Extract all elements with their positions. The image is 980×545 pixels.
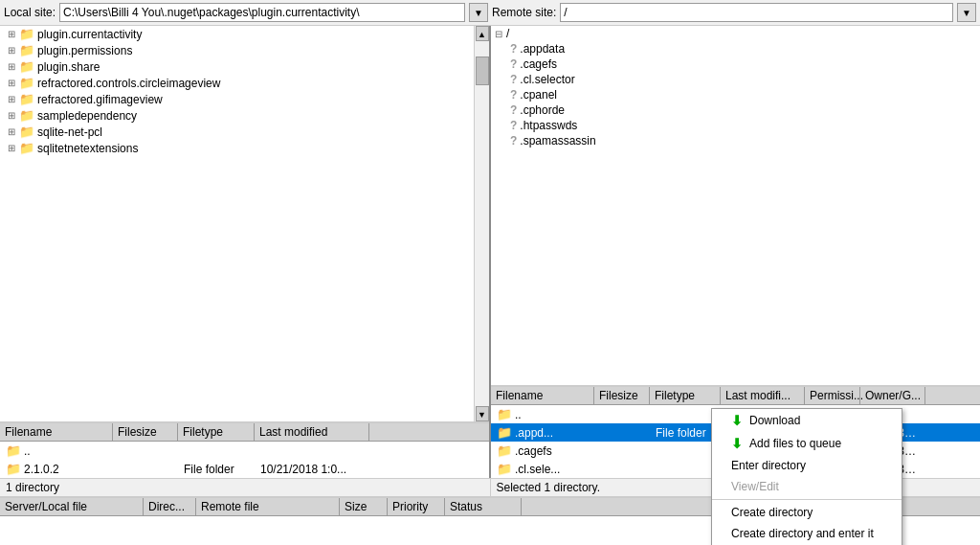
queue-col-status[interactable]: Status [445, 498, 522, 515]
remote-col-owner[interactable]: Owner/G... [860, 387, 925, 404]
local-path-bar: Local site: ▼ [4, 3, 488, 22]
local-col-filename[interactable]: Filename [0, 423, 113, 441]
remote-file-name-selected: 📁.appd... [491, 424, 594, 441]
remote-tree-item[interactable]: ? .htpasswds [491, 118, 980, 133]
tree-item[interactable]: ⊞ 📁 plugin.permissions [0, 42, 474, 58]
tree-item[interactable]: ⊞ 📁 refractored.gifimageview [0, 91, 474, 107]
remote-col-filetype[interactable]: Filetype [650, 387, 721, 404]
local-path-dropdown[interactable]: ▼ [469, 3, 488, 22]
remote-site-label: Remote site: [492, 6, 556, 19]
remote-tree-item-label: .htpasswds [520, 119, 577, 132]
remote-path-bar: Remote site: ▼ [492, 3, 976, 22]
local-col-modified[interactable]: Last modified [255, 423, 369, 441]
remote-col-perms[interactable]: Permissi... [805, 387, 860, 404]
remote-path-input[interactable] [560, 3, 953, 22]
remote-col-modified[interactable]: Last modifi... [721, 387, 805, 404]
expand-icon: ⊞ [8, 29, 17, 39]
local-file-row[interactable]: 📁2.1.0.2 File folder 10/21/2018 1:0... [0, 460, 489, 478]
remote-tree-item[interactable]: ? .cpanel [491, 87, 980, 102]
remote-tree-item[interactable]: ? .appdata [491, 41, 980, 57]
folder-icon: 📁 [19, 92, 34, 106]
remote-tree-item[interactable]: ? .spamassassin [491, 133, 980, 148]
folder-icon: 📁 [19, 141, 34, 155]
context-menu-enter-dir[interactable]: Enter directory [712, 455, 902, 476]
expand-icon: ⊞ [8, 143, 17, 153]
remote-file-name: 📁.cagefs [491, 443, 594, 459]
context-menu: ⬇ Download ⬇ Add files to queue Enter di… [711, 408, 902, 545]
expand-icon: ⊞ [8, 110, 17, 121]
folder-icon: 📁 [19, 125, 34, 139]
queue-col-size[interactable]: Size [340, 498, 388, 515]
context-menu-view-edit: View/Edit [712, 476, 902, 497]
tree-item-label: plugin.currentactivity [37, 28, 142, 41]
context-menu-create-dir[interactable]: Create directory [712, 502, 902, 523]
tree-item-label: refractored.controls.circleimageview [37, 77, 220, 90]
remote-tree-item-label: .cphorde [520, 103, 565, 117]
expand-icon: ⊞ [8, 61, 17, 72]
tree-item[interactable]: ⊞ 📁 sqlitetnetextensions [0, 140, 474, 156]
tree-item[interactable]: ⊞ 📁 sqlite-net-pcl [0, 124, 474, 140]
tree-item-label: refractored.gifimageview [37, 93, 163, 106]
context-menu-add-queue[interactable]: ⬇ Add files to queue [712, 432, 902, 455]
local-col-filetype[interactable]: Filetype [178, 423, 255, 441]
local-col-filesize[interactable]: Filesize [113, 423, 178, 441]
remote-col-filesize[interactable]: Filesize [594, 387, 650, 404]
scroll-down[interactable]: ▼ [476, 406, 489, 421]
folder-icon: 📁 [497, 443, 512, 458]
remote-tree-item[interactable]: ? .cl.selector [491, 72, 980, 87]
remote-file-list: Filename Filesize Filetype Last modifi..… [491, 386, 980, 478]
local-tree[interactable]: ⊞ 📁 plugin.currentactivity ⊞ 📁 plugin.pe… [0, 26, 489, 422]
local-file-modified: 10/21/2018 1:0... [255, 462, 369, 477]
local-file-type [178, 450, 255, 452]
remote-tree[interactable]: ⊟ / ? .appdata ? .cagefs ? .cl.selector … [491, 26, 980, 386]
remote-file-name: 📁.cl.sele... [491, 461, 594, 477]
folder-icon: 📁 [19, 59, 34, 74]
tree-item-label: sqlitetnetextensions [37, 142, 138, 155]
local-file-row-parent[interactable]: 📁.. [0, 442, 489, 460]
folder-icon: 📁 [497, 425, 512, 440]
folder-icon: 📁 [19, 43, 34, 57]
question-icon: ? [510, 73, 517, 86]
remote-tree-item-root[interactable]: ⊟ / [491, 26, 980, 41]
queue-col-direc[interactable]: Direc... [144, 498, 196, 515]
tree-item[interactable]: ⊞ 📁 refractored.controls.circleimageview [0, 75, 474, 91]
tree-item-label: plugin.permissions [37, 44, 132, 57]
expand-icon: ⊞ [8, 78, 17, 88]
left-panel: ⊞ 📁 plugin.currentactivity ⊞ 📁 plugin.pe… [0, 26, 491, 478]
expand-icon: ⊞ [8, 126, 17, 137]
tree-item[interactable]: ⊞ 📁 plugin.share [0, 58, 474, 75]
queue-col-remote[interactable]: Remote file [196, 498, 340, 515]
remote-file-name: 📁.. [491, 406, 594, 422]
context-menu-create-dir-enter[interactable]: Create directory and enter it [712, 523, 902, 544]
question-icon: ? [510, 119, 517, 132]
remote-tree-item-label: .appdata [520, 42, 565, 56]
folder-icon: 📁 [497, 462, 512, 476]
question-icon: ? [510, 134, 517, 148]
remote-tree-item-label: .cpanel [520, 88, 557, 102]
context-menu-download[interactable]: ⬇ Download [712, 409, 902, 432]
local-file-name: 📁2.1.0.2 [0, 461, 113, 477]
question-icon: ? [510, 57, 517, 71]
scroll-thumb[interactable] [476, 57, 489, 85]
remote-tree-item-label: .cagefs [520, 57, 557, 71]
local-status: 1 directory [0, 479, 491, 496]
remote-col-filename[interactable]: Filename [491, 387, 594, 404]
scroll-up[interactable]: ▲ [476, 26, 489, 41]
remote-path-dropdown[interactable]: ▼ [957, 3, 976, 22]
question-icon: ? [510, 88, 517, 102]
queue-col-priority[interactable]: Priority [388, 498, 445, 515]
remote-tree-item[interactable]: ? .cagefs [491, 57, 980, 72]
tree-item-label: sampledependency [37, 109, 137, 123]
remote-tree-item[interactable]: ? .cphorde [491, 102, 980, 118]
local-path-input[interactable] [59, 3, 465, 22]
local-tree-scrollbar[interactable]: ▲ ▼ [474, 26, 489, 421]
folder-icon: 📁 [19, 108, 34, 123]
folder-icon: 📁 [6, 462, 21, 476]
main-window: Local site: ▼ Remote site: ▼ ⊞ 📁 plugin.… [0, 0, 980, 545]
tree-item[interactable]: ⊞ 📁 plugin.currentactivity [0, 26, 474, 42]
expand-icon: ⊞ [8, 94, 17, 104]
folder-icon: 📁 [6, 443, 21, 458]
queue-col-server[interactable]: Server/Local file [0, 498, 144, 515]
path-bars: Local site: ▼ Remote site: ▼ [0, 0, 980, 26]
tree-item[interactable]: ⊞ 📁 sampledependency [0, 107, 474, 124]
